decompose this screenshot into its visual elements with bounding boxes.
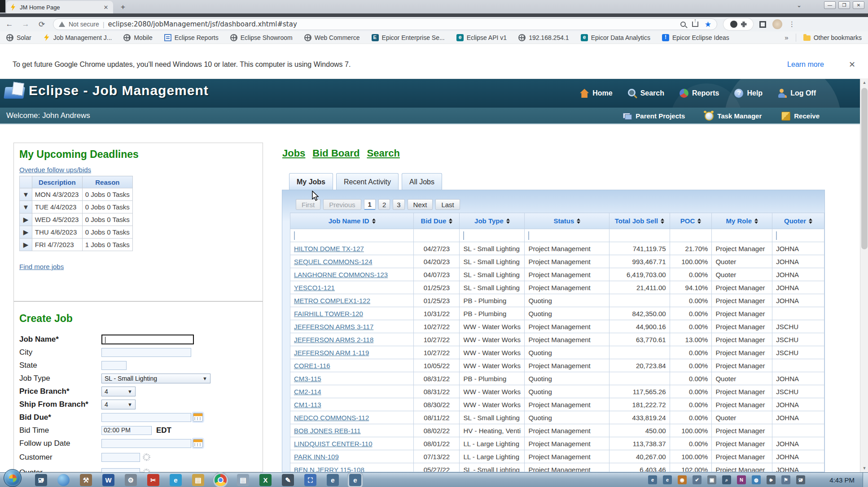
job-row[interactable]: LINDQUIST CENTER-11008/01/22LL - Large L… bbox=[290, 437, 824, 450]
job-link[interactable]: CM1-113 bbox=[294, 401, 321, 409]
tray-clipboard-2-icon[interactable]: e bbox=[663, 475, 672, 484]
taskbar-snipping-tool-icon[interactable]: ✂ bbox=[147, 474, 159, 486]
reason-column-header[interactable]: Reason bbox=[82, 176, 132, 188]
customer-field[interactable] bbox=[101, 453, 140, 462]
job-row[interactable]: PARK INN-10907/13/22LL - Large LightingP… bbox=[290, 450, 824, 463]
url-text[interactable]: eclipse:2080/jobManagement/jsf/dashboard… bbox=[108, 20, 677, 28]
show-desktop-button[interactable] bbox=[863, 473, 868, 487]
nav-item-home[interactable]: Home bbox=[580, 89, 612, 98]
bookmark-star-icon[interactable]: ★ bbox=[705, 21, 711, 28]
job-row[interactable]: NEDCO COMMONS-11208/11/22SL - Small Ligh… bbox=[290, 411, 824, 424]
collapse-arrow-icon[interactable]: ▼ bbox=[20, 188, 32, 201]
bookmark-epicor-enterprise-se[interactable]: Epicor Enterprise Se... bbox=[372, 34, 445, 41]
tray-network-status-icon[interactable]: 🖳 bbox=[796, 475, 805, 484]
job-row[interactable]: BOB JONES REB-11108/02/22HV - Heating, V… bbox=[290, 424, 824, 437]
job-link[interactable]: LANGHORNE COMMONS-123 bbox=[294, 271, 388, 278]
job-row[interactable]: CORE1-11610/05/22WW - Water WorksProject… bbox=[290, 359, 824, 372]
nav-item-reports[interactable]: Reports bbox=[679, 89, 719, 98]
column-header-total-job-sell[interactable]: Total Job Sell bbox=[609, 213, 670, 229]
job-link[interactable]: YESCO1-121 bbox=[294, 284, 335, 291]
learn-more-link[interactable]: Learn more bbox=[787, 61, 824, 69]
taskbar-browser-orb-icon[interactable] bbox=[57, 474, 70, 486]
job-link[interactable]: METRO COMPLEX1-122 bbox=[294, 297, 370, 304]
tab-close-icon[interactable]: ✕ bbox=[102, 4, 110, 11]
job-link[interactable]: CORE1-116 bbox=[294, 362, 330, 370]
next-page-button[interactable]: Next bbox=[408, 199, 433, 210]
filter-input-job-type[interactable] bbox=[463, 231, 464, 240]
notice-close-icon[interactable]: ✕ bbox=[849, 60, 855, 70]
bid-board-link[interactable]: Bid Board bbox=[312, 148, 359, 159]
job-row[interactable]: METRO COMPLEX1-12201/25/23PB - PlumbingQ… bbox=[290, 294, 824, 307]
expand-arrow-icon[interactable]: ▶ bbox=[20, 213, 32, 226]
job-type-select[interactable]: SL - Small Lighting ▼ bbox=[101, 374, 210, 383]
back-button[interactable]: ← bbox=[4, 20, 14, 29]
tab-recent-activity[interactable]: Recent Activity bbox=[336, 173, 399, 190]
extensions-pill[interactable] bbox=[723, 18, 753, 30]
tab-search-icon[interactable]: ⌄ bbox=[797, 2, 802, 9]
taskbar-settings-search-icon[interactable]: ⚙ bbox=[125, 474, 137, 486]
job-link[interactable]: PARK INN-109 bbox=[294, 453, 339, 461]
previous-page-button[interactable]: Previous bbox=[323, 199, 361, 210]
job-link[interactable]: FAIRHILL TOWER-120 bbox=[294, 310, 363, 317]
close-button[interactable]: ✕ bbox=[853, 1, 864, 9]
job-row[interactable]: LANGHORNE COMMONS-12304/07/23SL - Small … bbox=[290, 268, 824, 281]
quoter-field[interactable] bbox=[101, 468, 140, 473]
page-1-button[interactable]: 1 bbox=[364, 199, 376, 210]
tray-onenote-icon[interactable]: N bbox=[737, 475, 746, 484]
bookmark-eclipse-api-v1[interactable]: Eclipse API v1 bbox=[456, 34, 507, 41]
description-column-header[interactable]: Description bbox=[32, 176, 82, 188]
start-button[interactable] bbox=[4, 469, 22, 487]
page-3-button[interactable]: 3 bbox=[393, 199, 404, 210]
collapse-arrow-icon[interactable]: ▼ bbox=[20, 201, 32, 213]
nav-item-log-off[interactable]: Log Off bbox=[778, 89, 816, 98]
nav-item-task-manager[interactable]: Task Manager bbox=[705, 112, 762, 121]
bookmarks-overflow-icon[interactable]: » bbox=[785, 34, 788, 41]
state-field[interactable] bbox=[101, 361, 127, 370]
job-row[interactable]: JEFFERSON ARMS 2-11810/27/22WW - Water W… bbox=[290, 333, 824, 346]
job-link[interactable]: JEFFERSON ARMS 2-118 bbox=[294, 336, 373, 344]
tray-media-orb-icon[interactable]: ◉ bbox=[678, 475, 687, 484]
job-link[interactable]: BOB JONES REB-111 bbox=[294, 427, 361, 435]
job-link[interactable]: JEFFERSON ARMS 3-117 bbox=[294, 323, 373, 330]
zoom-icon[interactable] bbox=[680, 22, 686, 27]
scrollbar-thumb[interactable] bbox=[861, 88, 868, 249]
minimize-button[interactable]: — bbox=[824, 1, 836, 9]
column-header-quoter[interactable]: Quoter bbox=[772, 213, 824, 229]
scroll-up-icon[interactable]: ▲ bbox=[860, 79, 868, 87]
puzzle-extensions-icon[interactable] bbox=[741, 22, 747, 27]
job-row[interactable]: SEQUEL COMMONS-12404/20/23SL - Small Lig… bbox=[290, 255, 824, 268]
job-row[interactable]: YESCO1-12101/25/23SL - Small LightingPro… bbox=[290, 281, 824, 294]
taskbar-clipboard-e-2-icon[interactable]: e bbox=[349, 474, 361, 486]
new-tab-button[interactable]: + bbox=[118, 2, 128, 12]
bookmark-web-commerce[interactable]: Web Commerce bbox=[304, 34, 360, 41]
side-panel-icon[interactable] bbox=[759, 21, 766, 28]
tab-my-jobs[interactable]: My Jobs bbox=[289, 173, 333, 190]
refresh-button[interactable]: ⟳ bbox=[37, 20, 47, 29]
bookmark-mobile[interactable]: Mobile bbox=[123, 34, 152, 41]
share-icon[interactable] bbox=[692, 22, 698, 27]
taskbar-computer-icon[interactable]: 🖳 bbox=[35, 474, 47, 486]
job-row[interactable]: HILTON DOME TX-12704/27/23SL - Small Lig… bbox=[290, 242, 824, 255]
bookmark-192-168-254-1[interactable]: 192.168.254.1 bbox=[518, 34, 569, 41]
expand-arrow-icon[interactable]: ▶ bbox=[20, 239, 32, 251]
tray-volume-icon[interactable]: 🕪 bbox=[767, 475, 776, 484]
last-page-button[interactable]: Last bbox=[435, 199, 460, 210]
bookmark-epicor-data-analytics[interactable]: Epicor Data Analytics bbox=[581, 34, 650, 41]
calendar-icon[interactable] bbox=[193, 413, 203, 422]
nav-item-receive[interactable]: Receive bbox=[781, 112, 820, 121]
forward-button[interactable]: → bbox=[21, 20, 31, 29]
nav-item-help[interactable]: Help bbox=[734, 89, 763, 98]
taskbar-notepad-icon[interactable]: ▤ bbox=[237, 474, 249, 486]
taskbar-excel-icon[interactable]: X bbox=[259, 474, 272, 486]
tray-usb-eject-icon[interactable]: ✔ bbox=[693, 475, 701, 484]
calendar-icon[interactable] bbox=[193, 439, 203, 448]
job-row[interactable]: FAIRHILL TOWER-12010/31/22PB - PlumbingQ… bbox=[290, 307, 824, 320]
column-header-my-role[interactable]: My Role bbox=[712, 213, 772, 229]
overdue-followups-link[interactable]: Overdue follow ups/bids bbox=[19, 166, 91, 174]
address-bar[interactable]: Not secure | eclipse:2080/jobManagement/… bbox=[53, 18, 717, 30]
taskbar-word-icon[interactable]: W bbox=[102, 474, 114, 486]
job-link[interactable]: CM3-115 bbox=[294, 375, 321, 383]
tray-clipboard-icon[interactable]: e bbox=[648, 475, 657, 484]
taskbar-file-manager-icon[interactable]: ▤ bbox=[192, 474, 204, 486]
job-link[interactable]: BEN N JERRY 115-108 bbox=[294, 466, 364, 473]
